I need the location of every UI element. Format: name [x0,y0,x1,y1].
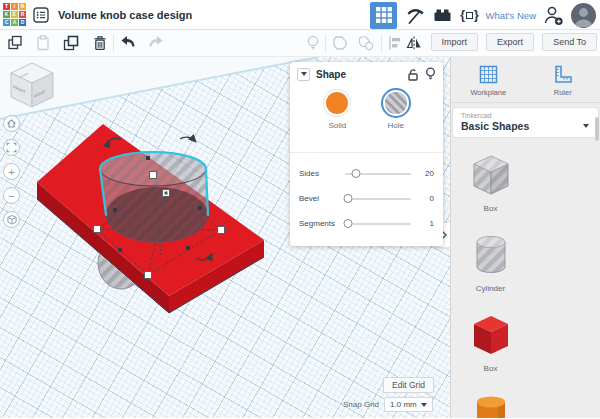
perspective-toggle-button[interactable] [3,211,20,228]
shape-item-hole-box[interactable]: Box [455,142,526,222]
home-icon [6,118,17,129]
paste-button[interactable] [34,34,52,52]
align-icon [386,34,404,52]
bricks-editor-button[interactable] [432,6,453,24]
collapse-panel-button[interactable] [297,68,310,81]
lock-toggle-button[interactable] [407,68,419,81]
send-to-button[interactable]: Send To [542,33,597,51]
shape-label: Cylinder [476,284,505,293]
duplicate-button[interactable] [62,34,80,52]
corner-handle[interactable] [145,272,152,279]
main-area: TOP FRONT RIGHT + − [0,57,600,418]
edge-handle[interactable] [146,156,150,160]
shape-item-hole-cylinder[interactable]: Cylinder [455,222,526,302]
solid-material-swatch[interactable]: Solid [326,92,348,148]
export-button[interactable]: Export [486,33,534,51]
bevel-slider-knob[interactable] [343,194,352,203]
logo-letter: K [3,11,10,18]
logo-letter: C [3,19,10,26]
whats-new-link[interactable]: What's New [486,10,536,21]
rotate-handle-icon[interactable] [180,137,194,140]
tinkercad-logo[interactable]: TIN KER CAD [3,3,26,26]
slider-label: Segments [299,219,343,228]
center-handle-core [165,192,168,195]
hole-label: Hole [387,121,403,130]
logo-letter: R [19,11,26,18]
design-properties-button[interactable] [32,6,50,24]
sidebar-scrollbar[interactable] [595,117,599,141]
edit-toolbar: Import Export Send To [0,30,600,57]
library-brand: Tinkercad [461,112,590,119]
zoom-out-button[interactable]: − [3,187,20,204]
delete-button[interactable] [91,34,109,52]
orange-cylinder-icon [468,392,514,418]
logo-letter: D [19,19,26,26]
visibility-toggle-button[interactable] [425,67,436,81]
shape-library-dropdown[interactable]: Tinkercad Basic Shapes [453,108,598,137]
shape-item-orange-cylinder[interactable]: Cylinder [455,382,526,418]
blocks-editor-button[interactable] [404,5,425,26]
redo-button[interactable] [147,34,165,52]
hole-cylinder[interactable] [100,152,208,243]
height-handle[interactable] [150,172,157,179]
viewport-3d[interactable]: TOP FRONT RIGHT + − [0,57,450,418]
corner-handle[interactable] [94,226,101,233]
import-button[interactable]: Import [431,33,479,51]
zoom-in-button[interactable]: + [3,163,20,180]
undo-button[interactable] [119,34,137,52]
hole-material-swatch[interactable]: Hole [385,92,407,148]
edge-handle[interactable] [198,206,202,210]
group-button[interactable] [331,34,349,52]
duplicate-icon [62,34,80,52]
add-person-icon [543,4,564,27]
logo-letter: E [11,11,18,18]
invite-collaborator-button[interactable] [543,4,564,27]
logo-letter: I [11,3,18,10]
codeblocks-button[interactable]: {} [460,8,478,22]
shapes-sidebar: Workplane Ruler Tinkercad Basic Shapes [450,57,600,418]
chevron-down-icon [421,403,427,407]
header-actions: {} What's New [370,0,596,30]
account-avatar[interactable] [571,3,596,28]
sides-slider-knob[interactable] [351,169,360,178]
unlock-icon [407,68,419,81]
edge-handle[interactable] [186,246,190,250]
segments-slider-track[interactable] [345,223,411,225]
copy-icon [6,34,24,52]
hole-striped-circle [385,92,407,114]
flip-button[interactable] [405,34,423,52]
ungroup-button[interactable] [357,34,375,52]
red-box-icon [468,312,514,358]
snap-grid-dropdown[interactable]: 1.0 mm [384,397,433,412]
copy-button[interactable] [6,34,24,52]
snap-grid-control: Snap Grid 1.0 mm [343,397,433,412]
show-all-button[interactable] [304,34,322,52]
workplane-tool[interactable]: Workplane [451,57,526,102]
shape-inspector-panel: Shape [290,62,443,246]
view-cube[interactable]: TOP FRONT RIGHT [6,60,58,112]
grid-icon [376,7,392,23]
align-button[interactable] [386,34,404,52]
home-view-button[interactable] [3,115,20,132]
chevron-down-icon [583,124,589,128]
person-silhouette-icon [571,3,596,28]
shape-item-red-box[interactable]: Box [455,302,526,382]
brick-icon [432,6,453,24]
edit-grid-button[interactable]: Edit Grid [383,377,434,393]
sides-slider-track[interactable] [345,173,411,175]
edge-handle[interactable] [118,248,122,252]
edge-handle[interactable] [113,208,117,212]
io-buttons: Import Export Send To [431,33,597,51]
ruler-icon [551,63,574,86]
ruler-tool[interactable]: Ruler [526,57,600,102]
ungroup-icon [357,34,375,52]
undo-icon [119,34,137,52]
dashboard-grid-button[interactable] [370,2,397,29]
bevel-slider-track[interactable] [345,198,411,200]
segments-slider-knob[interactable] [343,219,352,228]
corner-handle[interactable] [218,227,225,234]
paste-icon [34,34,52,52]
logo-letter: T [3,3,10,10]
fit-view-button[interactable] [3,139,20,156]
fit-view-icon [6,142,17,153]
